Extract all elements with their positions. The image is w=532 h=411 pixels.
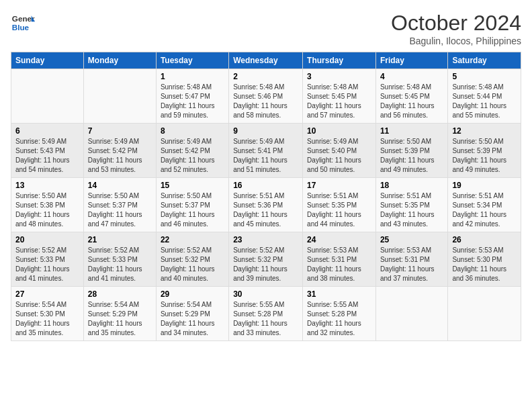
calendar-week-row: 1Sunrise: 5:48 AMSunset: 5:47 PMDaylight… xyxy=(11,69,521,124)
day-info: Sunrise: 5:55 AMSunset: 5:28 PMDaylight:… xyxy=(307,300,371,338)
day-info: Sunrise: 5:50 AMSunset: 5:37 PMDaylight:… xyxy=(161,191,224,229)
month-year-title: October 2024 xyxy=(391,11,521,36)
day-number: 28 xyxy=(88,289,152,299)
calendar-cell: 13Sunrise: 5:50 AMSunset: 5:38 PMDayligh… xyxy=(11,178,84,232)
day-number: 19 xyxy=(452,181,517,190)
day-number: 25 xyxy=(380,235,443,244)
title-block: October 2024 Bagulin, Ilocos, Philippine… xyxy=(391,11,521,46)
day-info: Sunrise: 5:48 AMSunset: 5:44 PMDaylight:… xyxy=(452,83,517,120)
calendar-cell: 15Sunrise: 5:50 AMSunset: 5:37 PMDayligh… xyxy=(156,178,228,232)
calendar-cell: 21Sunrise: 5:52 AMSunset: 5:33 PMDayligh… xyxy=(83,232,156,287)
day-number: 20 xyxy=(15,235,79,244)
day-info: Sunrise: 5:55 AMSunset: 5:28 PMDaylight:… xyxy=(233,300,298,338)
calendar-cell: 1Sunrise: 5:48 AMSunset: 5:47 PMDaylight… xyxy=(156,69,228,124)
day-info: Sunrise: 5:50 AMSunset: 5:38 PMDaylight:… xyxy=(15,191,79,229)
day-info: Sunrise: 5:51 AMSunset: 5:34 PMDaylight:… xyxy=(452,191,517,229)
col-header-tuesday: Tuesday xyxy=(156,52,228,69)
calendar-cell: 8Sunrise: 5:49 AMSunset: 5:42 PMDaylight… xyxy=(156,124,228,178)
location-subtitle: Bagulin, Ilocos, Philippines xyxy=(391,36,521,46)
day-info: Sunrise: 5:53 AMSunset: 5:31 PMDaylight:… xyxy=(307,246,371,283)
col-header-wednesday: Wednesday xyxy=(229,52,303,69)
day-number: 24 xyxy=(307,235,371,244)
day-number: 11 xyxy=(380,126,443,136)
day-info: Sunrise: 5:48 AMSunset: 5:45 PMDaylight:… xyxy=(307,83,371,120)
day-number: 5 xyxy=(452,72,517,81)
day-number: 30 xyxy=(233,289,298,299)
day-number: 4 xyxy=(380,72,443,81)
day-info: Sunrise: 5:48 AMSunset: 5:45 PMDaylight:… xyxy=(380,83,443,120)
day-number: 2 xyxy=(233,72,298,81)
calendar-cell: 26Sunrise: 5:53 AMSunset: 5:30 PMDayligh… xyxy=(448,232,521,287)
logo-icon: General Blue xyxy=(11,11,35,35)
day-info: Sunrise: 5:51 AMSunset: 5:35 PMDaylight:… xyxy=(307,191,371,229)
col-header-monday: Monday xyxy=(83,52,156,69)
calendar-cell: 30Sunrise: 5:55 AMSunset: 5:28 PMDayligh… xyxy=(229,287,303,341)
calendar-cell: 20Sunrise: 5:52 AMSunset: 5:33 PMDayligh… xyxy=(11,232,84,287)
day-number: 14 xyxy=(88,181,152,190)
calendar-cell: 14Sunrise: 5:50 AMSunset: 5:37 PMDayligh… xyxy=(83,178,156,232)
calendar-cell: 7Sunrise: 5:49 AMSunset: 5:42 PMDaylight… xyxy=(83,124,156,178)
calendar-cell: 4Sunrise: 5:48 AMSunset: 5:45 PMDaylight… xyxy=(375,69,447,124)
day-number: 23 xyxy=(233,235,298,244)
day-number: 9 xyxy=(233,126,298,136)
day-number: 26 xyxy=(452,235,517,244)
calendar-cell: 17Sunrise: 5:51 AMSunset: 5:35 PMDayligh… xyxy=(303,178,376,232)
day-number: 27 xyxy=(15,289,79,299)
calendar-cell: 23Sunrise: 5:52 AMSunset: 5:32 PMDayligh… xyxy=(229,232,303,287)
day-info: Sunrise: 5:54 AMSunset: 5:29 PMDaylight:… xyxy=(161,300,224,338)
day-number: 13 xyxy=(15,181,79,190)
day-number: 3 xyxy=(307,72,371,81)
col-header-sunday: Sunday xyxy=(11,52,84,69)
calendar-cell: 5Sunrise: 5:48 AMSunset: 5:44 PMDaylight… xyxy=(448,69,521,124)
calendar-week-row: 13Sunrise: 5:50 AMSunset: 5:38 PMDayligh… xyxy=(11,178,521,232)
day-number: 15 xyxy=(161,181,224,190)
day-number: 8 xyxy=(161,126,224,136)
calendar-cell xyxy=(375,287,447,341)
calendar-header-row: SundayMondayTuesdayWednesdayThursdayFrid… xyxy=(11,52,521,69)
calendar-cell xyxy=(448,287,521,341)
day-number: 21 xyxy=(88,235,152,244)
day-number: 18 xyxy=(380,181,443,190)
calendar-week-row: 20Sunrise: 5:52 AMSunset: 5:33 PMDayligh… xyxy=(11,232,521,287)
calendar-cell: 31Sunrise: 5:55 AMSunset: 5:28 PMDayligh… xyxy=(303,287,376,341)
calendar-cell: 27Sunrise: 5:54 AMSunset: 5:30 PMDayligh… xyxy=(11,287,84,341)
svg-text:Blue: Blue xyxy=(12,23,30,32)
day-info: Sunrise: 5:50 AMSunset: 5:39 PMDaylight:… xyxy=(452,137,517,175)
day-info: Sunrise: 5:54 AMSunset: 5:29 PMDaylight:… xyxy=(88,300,152,338)
calendar-cell: 9Sunrise: 5:49 AMSunset: 5:41 PMDaylight… xyxy=(229,124,303,178)
col-header-saturday: Saturday xyxy=(448,52,521,69)
col-header-thursday: Thursday xyxy=(303,52,376,69)
calendar-cell: 19Sunrise: 5:51 AMSunset: 5:34 PMDayligh… xyxy=(448,178,521,232)
calendar-cell: 22Sunrise: 5:52 AMSunset: 5:32 PMDayligh… xyxy=(156,232,228,287)
day-info: Sunrise: 5:49 AMSunset: 5:42 PMDaylight:… xyxy=(88,137,152,175)
calendar-cell: 2Sunrise: 5:48 AMSunset: 5:46 PMDaylight… xyxy=(229,69,303,124)
calendar-table: SundayMondayTuesdayWednesdayThursdayFrid… xyxy=(11,52,521,341)
day-number: 29 xyxy=(161,289,224,299)
day-number: 1 xyxy=(161,72,224,81)
calendar-cell: 12Sunrise: 5:50 AMSunset: 5:39 PMDayligh… xyxy=(448,124,521,178)
day-info: Sunrise: 5:51 AMSunset: 5:35 PMDaylight:… xyxy=(380,191,443,229)
day-number: 7 xyxy=(88,126,152,136)
calendar-week-row: 27Sunrise: 5:54 AMSunset: 5:30 PMDayligh… xyxy=(11,287,521,341)
day-info: Sunrise: 5:49 AMSunset: 5:41 PMDaylight:… xyxy=(233,137,298,175)
calendar-cell: 18Sunrise: 5:51 AMSunset: 5:35 PMDayligh… xyxy=(375,178,447,232)
day-info: Sunrise: 5:52 AMSunset: 5:32 PMDaylight:… xyxy=(233,246,298,283)
day-number: 6 xyxy=(15,126,79,136)
day-info: Sunrise: 5:51 AMSunset: 5:36 PMDaylight:… xyxy=(233,191,298,229)
calendar-cell: 10Sunrise: 5:49 AMSunset: 5:40 PMDayligh… xyxy=(303,124,376,178)
day-info: Sunrise: 5:49 AMSunset: 5:40 PMDaylight:… xyxy=(307,137,371,175)
calendar-cell: 16Sunrise: 5:51 AMSunset: 5:36 PMDayligh… xyxy=(229,178,303,232)
logo: General Blue xyxy=(11,11,35,35)
day-info: Sunrise: 5:54 AMSunset: 5:30 PMDaylight:… xyxy=(15,300,79,338)
page-header: General Blue October 2024 Bagulin, Iloco… xyxy=(11,11,521,46)
day-number: 16 xyxy=(233,181,298,190)
calendar-cell: 6Sunrise: 5:49 AMSunset: 5:43 PMDaylight… xyxy=(11,124,84,178)
day-info: Sunrise: 5:52 AMSunset: 5:32 PMDaylight:… xyxy=(161,246,224,283)
day-info: Sunrise: 5:48 AMSunset: 5:46 PMDaylight:… xyxy=(233,83,298,120)
day-info: Sunrise: 5:53 AMSunset: 5:30 PMDaylight:… xyxy=(452,246,517,283)
day-info: Sunrise: 5:52 AMSunset: 5:33 PMDaylight:… xyxy=(88,246,152,283)
calendar-cell: 24Sunrise: 5:53 AMSunset: 5:31 PMDayligh… xyxy=(303,232,376,287)
day-number: 31 xyxy=(307,289,371,299)
calendar-cell: 29Sunrise: 5:54 AMSunset: 5:29 PMDayligh… xyxy=(156,287,228,341)
calendar-cell xyxy=(11,69,84,124)
